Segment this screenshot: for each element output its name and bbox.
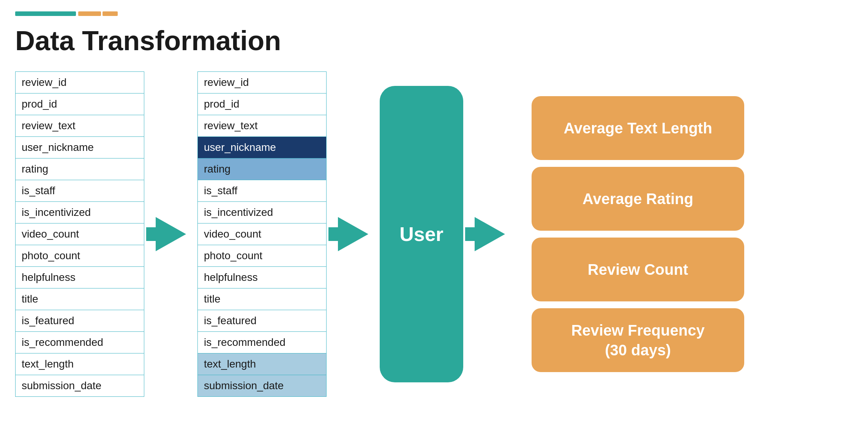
left-table-cell: is_featured [16,310,144,332]
right-table-cell: rating [198,158,327,180]
left-table-cell: prod_id [16,93,144,115]
left-table-cell: is_staff [16,180,144,202]
output-card: Review Count [532,238,744,301]
left-table-cell: is_recommended [16,332,144,353]
right-table-cell: prod_id [198,93,327,115]
output-card-label: Review Count [588,260,688,279]
arrow-2-icon [338,217,368,251]
left-table: review_idprod_idreview_textuser_nickname… [15,71,144,397]
left-table-cell: title [16,288,144,310]
top-bar-orange-2 [103,11,118,16]
page-title: Data Transformation [15,25,853,56]
output-card-label: Review Frequency (30 days) [571,320,704,360]
right-table-cell: review_id [198,72,327,93]
right-table-cell: photo_count [198,245,327,267]
top-bar [15,11,853,16]
right-table-cell: submission_date [198,375,327,397]
top-bar-teal [15,11,76,16]
arrow-1-icon [156,217,186,251]
left-table-cell: photo_count [16,245,144,267]
arrow-2-wrapper [338,217,368,251]
right-table-cell: helpfulness [198,267,327,288]
left-table-cell: review_id [16,72,144,93]
right-table: review_idprod_idreview_textuser_nickname… [197,71,327,397]
output-card: Average Rating [532,167,744,231]
left-table-cell: helpfulness [16,267,144,288]
right-table-cell: text_length [198,353,327,375]
user-box-label: User [399,223,443,246]
left-table-cell: user_nickname [16,137,144,158]
right-table-cell: review_text [198,115,327,137]
left-table-cell: submission_date [16,375,144,397]
right-table-cell: is_recommended [198,332,327,353]
arrow-3-wrapper [475,217,505,251]
diagram-container: review_idprod_idreview_textuser_nickname… [15,71,853,397]
output-card-label: Average Rating [582,189,693,209]
right-table-cell: title [198,288,327,310]
right-table-cell: is_staff [198,180,327,202]
output-cards: Average Text LengthAverage RatingReview … [532,96,744,372]
output-card: Review Frequency (30 days) [532,308,744,372]
left-table-cell: review_text [16,115,144,137]
output-card: Average Text Length [532,96,744,160]
right-table-cell: video_count [198,223,327,245]
right-table-cell: is_featured [198,310,327,332]
left-table-cell: text_length [16,353,144,375]
top-bar-orange-1 [78,11,101,16]
left-table-cell: video_count [16,223,144,245]
user-box: User [380,86,463,382]
arrow-3-icon [475,217,505,251]
right-table-cell: user_nickname [198,137,327,158]
left-table-cell: is_incentivized [16,202,144,223]
right-table-cell: is_incentivized [198,202,327,223]
arrow-1-wrapper [156,217,186,251]
output-card-label: Average Text Length [563,118,712,138]
left-table-cell: rating [16,158,144,180]
